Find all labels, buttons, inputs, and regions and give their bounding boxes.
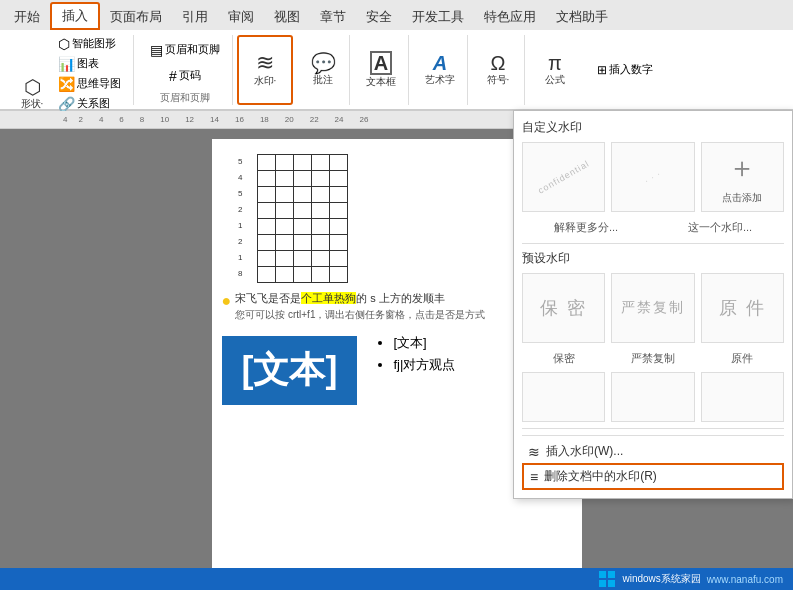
insert-watermark-btn[interactable]: ≋ 插入水印(W)... bbox=[522, 440, 784, 463]
custom-watermark-item-1[interactable]: confidential bbox=[522, 142, 605, 212]
ribbon-group-shapes: ⬡ 形状· ⬡ 智能图形 📊 图表 🔀 思维导图 bbox=[6, 35, 134, 105]
table-cell bbox=[257, 171, 275, 187]
page-num-btn[interactable]: # 页码 bbox=[165, 67, 205, 85]
header-items: ▤ 页眉和页脚 # 页码 bbox=[146, 35, 224, 91]
custom-watermark-title: 自定义水印 bbox=[522, 119, 784, 136]
symbol-button[interactable]: Ω 符号· bbox=[480, 51, 516, 89]
table-cell bbox=[257, 203, 275, 219]
tab-features[interactable]: 特色应用 bbox=[474, 4, 546, 30]
preset-label-mimi: 保密 bbox=[522, 351, 605, 366]
table-cell bbox=[293, 267, 311, 283]
shape-label: 形状· bbox=[21, 97, 44, 111]
preset-label-original: 原件 bbox=[701, 351, 784, 366]
table-cell bbox=[275, 251, 293, 267]
preset-watermark-grid: 保 密 严禁复制 原 件 bbox=[522, 273, 784, 343]
formula-icon: π bbox=[548, 53, 562, 73]
table-row-numbers: 5 4 5 2 1 2 1 8 bbox=[222, 154, 247, 283]
ruler-mark: 8 bbox=[132, 115, 152, 124]
preset-row2-item-2[interactable] bbox=[611, 372, 694, 422]
arttext-label: 艺术字 bbox=[425, 73, 455, 87]
table-cell bbox=[275, 171, 293, 187]
table-cell bbox=[275, 267, 293, 283]
table-cell bbox=[311, 267, 329, 283]
table-cell bbox=[329, 171, 347, 187]
watermark-dropdown-panel: 自定义水印 confidential · · · ＋ 点击添加 解释更多分...… bbox=[513, 110, 793, 499]
preset-row2-item-1[interactable] bbox=[522, 372, 605, 422]
svg-rect-2 bbox=[599, 580, 606, 587]
tab-review[interactable]: 审阅 bbox=[218, 4, 264, 30]
symbol-items: Ω 符号· bbox=[480, 35, 516, 105]
mindmap-icon: 🔀 bbox=[58, 76, 75, 92]
custom-label-1[interactable]: 解释更多分... bbox=[522, 220, 650, 235]
tab-layout[interactable]: 页面布局 bbox=[100, 4, 172, 30]
bullet-list: [文本] fj|对方观点 bbox=[393, 330, 455, 378]
row-num-2b: 2 bbox=[222, 234, 243, 250]
symbol-icon: Ω bbox=[491, 53, 506, 73]
tab-dochelper[interactable]: 文档助手 bbox=[546, 4, 618, 30]
formula-button[interactable]: π 公式 bbox=[537, 51, 573, 89]
tab-start[interactable]: 开始 bbox=[4, 4, 50, 30]
preset-watermark-mimi[interactable]: 保 密 bbox=[522, 273, 605, 343]
table-cell bbox=[257, 219, 275, 235]
add-watermark-item[interactable]: ＋ 点击添加 bbox=[701, 142, 784, 212]
watermark-button[interactable]: ≋ 水印· bbox=[247, 50, 283, 90]
mindmap-label: 思维导图 bbox=[77, 76, 121, 91]
smart-shape-btn[interactable]: ⬡ 智能图形 bbox=[54, 35, 125, 53]
tab-insert[interactable]: 插入 bbox=[50, 2, 100, 30]
relation-label: 关系图 bbox=[77, 96, 110, 111]
custom-watermark-item-2[interactable]: · · · bbox=[611, 142, 694, 212]
preset-watermark-nocopy[interactable]: 严禁复制 bbox=[611, 273, 694, 343]
tab-security[interactable]: 安全 bbox=[356, 4, 402, 30]
svg-rect-1 bbox=[608, 571, 615, 578]
bullet-item-2: fj|对方观点 bbox=[393, 356, 455, 374]
ribbon: 开始 插入 页面布局 引用 审阅 视图 章节 安全 开发工具 特色应用 文档助手… bbox=[0, 0, 793, 111]
table-cell bbox=[311, 187, 329, 203]
row-num-1: 1 bbox=[222, 218, 243, 234]
ribbon-group-textbox: A 文本框 bbox=[354, 35, 409, 105]
row-num-4: 4 bbox=[222, 170, 243, 186]
main-area: 5 4 5 2 1 2 1 8 bbox=[0, 129, 793, 590]
ruler-mark: 12 bbox=[177, 115, 202, 124]
tab-devtools[interactable]: 开发工具 bbox=[402, 4, 474, 30]
bottom-right: windows系统家园 www.nanafu.com bbox=[598, 570, 783, 588]
page-num-icon: # bbox=[169, 68, 177, 84]
table-cell bbox=[311, 203, 329, 219]
tab-chapter[interactable]: 章节 bbox=[310, 4, 356, 30]
ruler-mark: 26 bbox=[352, 115, 377, 124]
table-cell bbox=[329, 203, 347, 219]
insert-num-btn[interactable]: ⊞ 插入数字 bbox=[593, 61, 657, 78]
formula-label: 公式 bbox=[545, 73, 565, 87]
comment-icon: 💬 bbox=[311, 53, 336, 73]
custom-label-2[interactable]: 这一个水印... bbox=[656, 220, 784, 235]
shape-icon: ⬡ bbox=[24, 77, 41, 97]
shape-button[interactable]: ⬡ 形状· bbox=[14, 75, 50, 113]
tab-view[interactable]: 视图 bbox=[264, 4, 310, 30]
tab-reference[interactable]: 引用 bbox=[172, 4, 218, 30]
bullet-dot: ● bbox=[222, 292, 232, 310]
symbol-label: 符号· bbox=[487, 73, 510, 87]
ruler-mark: 6 bbox=[111, 115, 131, 124]
preset-row2-item-3[interactable] bbox=[701, 372, 784, 422]
relation-btn[interactable]: 🔗 关系图 bbox=[54, 95, 125, 113]
textbox-button[interactable]: A 文本框 bbox=[362, 49, 400, 91]
page-num-label: 页码 bbox=[179, 68, 201, 83]
table-cell bbox=[311, 219, 329, 235]
delete-watermark-btn[interactable]: ≡ 删除文档中的水印(R) bbox=[522, 463, 784, 490]
ribbon-group-comment: 💬 批注 bbox=[297, 35, 350, 105]
preset-watermark-original[interactable]: 原 件 bbox=[701, 273, 784, 343]
ribbon-group-watermark: ≋ 水印· bbox=[237, 35, 293, 105]
table-row bbox=[257, 171, 347, 187]
header-btn[interactable]: ▤ 页眉和页脚 bbox=[146, 41, 224, 59]
mindmap-btn[interactable]: 🔀 思维导图 bbox=[54, 75, 125, 93]
row-num-8: 8 bbox=[222, 266, 243, 282]
table-cell bbox=[257, 155, 275, 171]
textbox-icon: A bbox=[370, 51, 392, 75]
smart-shape-icon: ⬡ bbox=[58, 36, 70, 52]
table-cell bbox=[275, 203, 293, 219]
chart-btn[interactable]: 📊 图表 bbox=[54, 55, 125, 73]
watermark-label: 水印· bbox=[254, 74, 277, 88]
custom-wm-text-1: confidential bbox=[536, 158, 591, 195]
table-cell bbox=[293, 235, 311, 251]
comment-button[interactable]: 💬 批注 bbox=[305, 51, 341, 89]
arttext-button[interactable]: A 艺术字 bbox=[421, 51, 459, 89]
